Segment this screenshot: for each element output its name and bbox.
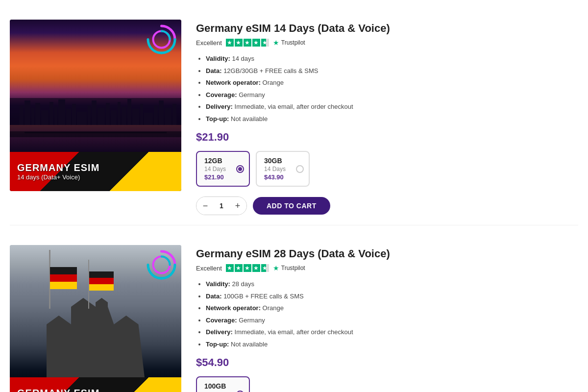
- feature-value: Germany: [239, 91, 265, 98]
- svg-rect-20: [140, 104, 143, 125]
- star-icon: [244, 39, 251, 47]
- plan-option-1[interactable]: 30GB 14 Days $43.90: [256, 151, 310, 187]
- feature-item: Validity: 14 days: [206, 54, 578, 64]
- svg-rect-17: [122, 107, 126, 125]
- image-label-title: GERMANY ESIM: [17, 388, 174, 392]
- feature-value: 28 days: [232, 280, 254, 288]
- feature-item: Network operator: Orange: [206, 78, 578, 88]
- plan-option-0[interactable]: 12GB 14 Days $21.90: [196, 151, 250, 187]
- feature-value: 100GB + FREE calls & SMS: [223, 293, 304, 300]
- rating-row: Excellent ★ Trustpilot: [196, 264, 578, 272]
- feature-value: Not available: [231, 341, 268, 348]
- product-image-container: GERMANY ESIM 14 days (Data+ Voice): [10, 20, 181, 191]
- plan-option-0[interactable]: 100GB 28 Days $54.90: [196, 376, 250, 392]
- svg-rect-21: [144, 113, 153, 125]
- plan-price: $43.90: [264, 173, 301, 181]
- feature-key: Delivery:: [206, 103, 233, 110]
- image-label-title: GERMANY ESIM: [17, 162, 174, 173]
- plan-options[interactable]: 12GB 14 Days $21.90 30GB 14 Days $43.90: [196, 151, 578, 187]
- plan-gb: 100GB: [204, 382, 242, 390]
- star-rating: [226, 39, 269, 47]
- feature-value: Immediate, via email, after order checko…: [235, 103, 353, 110]
- plan-options[interactable]: 100GB 28 Days $54.90: [196, 376, 578, 392]
- feature-value: Not available: [231, 115, 268, 122]
- trustpilot-icon: ★: [273, 264, 279, 272]
- star-half-icon: [261, 264, 269, 272]
- star-rating: [226, 264, 269, 272]
- star-icon: [235, 39, 243, 47]
- product-image-container: GERMANY ESIM 28 days (Data+ Voice): [10, 245, 181, 392]
- feature-value: Orange: [263, 79, 284, 86]
- quantity-control[interactable]: − 1 +: [196, 196, 247, 215]
- plan-radio-1: [296, 165, 304, 173]
- svg-rect-23: [159, 100, 164, 125]
- product-image: GERMANY ESIM 28 days (Data+ Voice): [10, 245, 181, 392]
- arc-badge: [146, 24, 177, 55]
- trustpilot-label: Trustpilot: [281, 39, 305, 46]
- star-icon: [226, 39, 234, 47]
- svg-rect-18: [127, 99, 131, 125]
- feature-value: 14 days: [232, 55, 254, 62]
- feature-value: Germany: [239, 317, 265, 324]
- quantity-increase-button[interactable]: +: [229, 197, 246, 215]
- feature-key: Network operator:: [206, 304, 261, 312]
- svg-rect-16: [118, 102, 121, 125]
- svg-rect-4: [41, 110, 49, 125]
- plan-radio-0: [236, 391, 244, 392]
- svg-rect-1: [24, 100, 30, 125]
- rating-label: Excellent: [196, 265, 222, 272]
- products-list: GERMANY ESIM 14 days (Data+ Voice): [10, 10, 578, 392]
- plan-gb: 12GB: [204, 157, 242, 165]
- feature-item: Coverage: Germany: [206, 316, 578, 325]
- svg-rect-22: [154, 105, 158, 125]
- image-label-subtitle: 14 days (Data+ Voice): [17, 173, 174, 181]
- trustpilot-badge: ★ Trustpilot: [273, 39, 305, 47]
- product-info: Germany eSIM 28 Days (Data & Voice) Exce…: [196, 245, 578, 392]
- add-to-cart-button[interactable]: ADD TO CART: [253, 197, 330, 215]
- feature-item: Data: 100GB + FREE calls & SMS: [206, 292, 578, 301]
- svg-rect-25: [172, 104, 176, 125]
- feature-key: Validity:: [206, 55, 230, 62]
- feature-key: Coverage:: [206, 317, 237, 324]
- plan-gb: 30GB: [264, 157, 301, 165]
- feature-item: Coverage: Germany: [206, 90, 578, 100]
- feature-item: Delivery: Immediate, via email, after or…: [206, 327, 578, 337]
- svg-rect-0: [20, 105, 24, 125]
- star-icon: [244, 264, 251, 272]
- trustpilot-icon: ★: [273, 39, 279, 47]
- rating-row: Excellent ★ Trustpilot: [196, 39, 578, 47]
- feature-key: Validity:: [206, 280, 230, 288]
- quantity-value: 1: [214, 202, 229, 210]
- features-list: Validity: 28 days Data: 100GB + FREE cal…: [196, 279, 578, 349]
- feature-value: Immediate, via email, after order checko…: [235, 328, 353, 336]
- star-icon: [235, 264, 243, 272]
- feature-value: 12GB/30GB + FREE calls & SMS: [223, 67, 318, 74]
- feature-key: Coverage:: [206, 91, 237, 98]
- product-info: Germany eSIM 14 Days (Data & Voice) Exce…: [196, 20, 578, 215]
- feature-value: Orange: [263, 304, 284, 312]
- svg-rect-7: [58, 99, 65, 125]
- feature-key: Top-up:: [206, 115, 229, 122]
- svg-rect-2: [31, 108, 34, 125]
- feature-key: Data:: [206, 293, 222, 300]
- svg-rect-12: [92, 100, 97, 125]
- feature-key: Data:: [206, 67, 222, 74]
- svg-rect-13: [98, 108, 105, 125]
- svg-rect-24: [165, 108, 172, 125]
- image-label: GERMANY ESIM 28 days (Data+ Voice): [10, 377, 181, 392]
- product-card-germany-esim-14: GERMANY ESIM 14 days (Data+ Voice): [10, 10, 578, 225]
- plan-price: $21.90: [204, 173, 242, 181]
- star-icon: [252, 39, 260, 47]
- features-list: Validity: 14 days Data: 12GB/30GB + FREE…: [196, 54, 578, 123]
- image-label: GERMANY ESIM 14 days (Data+ Voice): [10, 152, 181, 191]
- svg-rect-14: [106, 103, 110, 125]
- cart-row: − 1 + ADD TO CART: [196, 196, 578, 215]
- star-icon: [252, 264, 260, 272]
- trustpilot-badge: ★ Trustpilot: [273, 264, 305, 272]
- feature-item: Network operator: Orange: [206, 303, 578, 313]
- feature-item: Delivery: Immediate, via email, after or…: [206, 102, 578, 112]
- trustpilot-label: Trustpilot: [281, 265, 305, 271]
- svg-rect-3: [35, 103, 40, 125]
- quantity-decrease-button[interactable]: −: [196, 197, 214, 215]
- svg-rect-8: [66, 109, 71, 125]
